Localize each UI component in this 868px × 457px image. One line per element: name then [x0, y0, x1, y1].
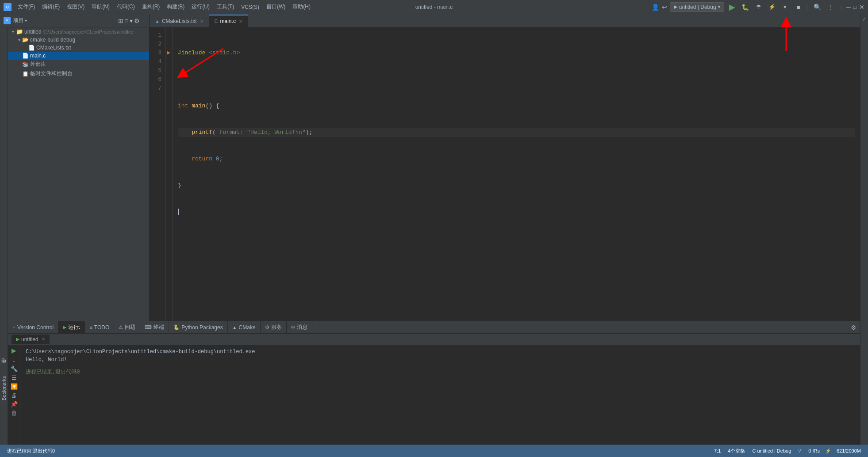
menu-view[interactable]: 视图(V) — [64, 2, 87, 11]
tab-python-label: Python Packages — [181, 324, 223, 331]
stop-button[interactable]: ■ — [793, 2, 804, 12]
tab-version-control[interactable]: ⑂ Version Control — [8, 321, 58, 334]
tab-problems[interactable]: ⚠ 问题 — [114, 321, 140, 334]
run-path-line: C:\Users\nagocojer\CLionProjects\untitle… — [26, 348, 855, 356]
menu-run[interactable]: 运行(U) — [189, 2, 212, 11]
tab-cmakelists[interactable]: ▲ CMakeLists.txt ✕ — [150, 15, 209, 27]
run-filter-icon[interactable]: 🔽 — [11, 383, 18, 390]
msg-icon: ✉ — [291, 324, 295, 330]
gear-icon[interactable]: ⚙ — [134, 17, 140, 24]
maximize-button[interactable]: □ — [853, 4, 856, 10]
menu-file[interactable]: 文件(F) — [15, 2, 38, 11]
tab-python[interactable]: 🐍 Python Packages — [169, 321, 227, 334]
tree-item-cmake-build[interactable]: ▾ 📂 cmake-build-debug — [8, 36, 149, 44]
service-icon: ⚙ — [265, 324, 269, 330]
bottom-panel-settings-btn[interactable]: ⚙ — [847, 324, 860, 331]
bottom-panel: ⑂ Version Control ▶ 运行: ≡ TODO ⚠ 问题 ⌨ 终端… — [8, 321, 860, 445]
menu-window[interactable]: 窗口(W) — [264, 2, 288, 11]
tab-services[interactable]: ⚙ 服务 — [261, 321, 287, 334]
run-config-dropdown[interactable]: ▶ untitled | Debug ▾ — [670, 2, 724, 12]
run-trash-icon[interactable]: 🗑 — [11, 410, 17, 416]
menu-help[interactable]: 帮助(H) — [290, 2, 313, 11]
code-line-5: return 0; — [178, 155, 855, 164]
tab-terminal[interactable]: ⌨ 终端 — [140, 321, 169, 334]
status-cursor-pos[interactable]: 7:1 — [711, 445, 724, 457]
debug-button[interactable]: 🐛 — [740, 2, 751, 12]
filter-icon[interactable]: ▾ — [130, 17, 133, 24]
status-power-icon[interactable]: ⚡ — [823, 445, 833, 457]
tab-run[interactable]: ▶ 运行: — [58, 321, 85, 334]
run-pin-icon[interactable]: 📌 — [11, 401, 18, 407]
tree-label-temp: 临时文件和控制台 — [30, 70, 73, 77]
run-untitled-icon: ▶ — [16, 336, 19, 342]
run-wrench-icon[interactable]: 🔧 — [11, 366, 18, 372]
status-git-icon[interactable]: ⑂ — [795, 445, 805, 457]
settings-more-btn[interactable]: ⋮ — [826, 2, 836, 12]
right-icons: ✓ — [860, 14, 868, 445]
menu-code[interactable]: 代码(C) — [114, 2, 138, 11]
tree-item-untitled[interactable]: ▾ 📁 untitled C:\Users\nagocojer\CLionPro… — [8, 27, 149, 36]
run-list-icon[interactable]: ☰ — [12, 374, 17, 381]
code-editor[interactable]: 1 2 3 4 5 6 7 ▶ #include <stdio.h> — [150, 27, 860, 321]
tab-cmake-label: CMake — [239, 324, 256, 331]
tab-messages-label: 消息 — [297, 324, 307, 331]
status-irs[interactable]: 0 IRs — [805, 445, 823, 457]
tab-cmakelists-close[interactable]: ✕ — [200, 19, 204, 24]
tab-cmakelists-label: CMakeLists.txt — [162, 18, 197, 24]
tree-item-cmakelists[interactable]: 📄 CMakeLists.txt — [8, 44, 149, 52]
code-line-3: int main() { — [178, 102, 855, 110]
tab-todo[interactable]: ≡ TODO — [85, 321, 114, 334]
code-line-4: printf( format: "Hello, World!\n"); — [178, 128, 855, 137]
app-icon: C — [4, 3, 12, 11]
menu-nav[interactable]: 导航(N) — [89, 2, 112, 11]
tab-messages[interactable]: ✉ 消息 — [287, 321, 312, 334]
tab-problems-label: 问题 — [125, 324, 135, 331]
tree-item-temp[interactable]: 📋 临时文件和控制台 — [8, 69, 149, 78]
tab-cmake[interactable]: ▲ CMake — [228, 321, 261, 334]
more-run-btn[interactable]: ▾ — [780, 2, 791, 12]
code-line-6: } — [178, 181, 855, 190]
run-untitled-tab[interactable]: ▶ untitled ✕ — [12, 335, 50, 344]
layout-icon[interactable]: ⊞ — [118, 17, 123, 24]
search-button[interactable]: 🔍 — [812, 2, 823, 12]
checkmark-icon[interactable]: ✓ — [862, 16, 867, 23]
run-config-label: untitled | Debug — [679, 4, 716, 10]
menu-edit[interactable]: 编辑(E) — [39, 2, 62, 11]
coverage-button[interactable]: ☂ — [753, 2, 764, 12]
status-config[interactable]: C untitled | Debug — [749, 445, 795, 457]
run-play-icon[interactable]: ▶ — [12, 347, 16, 354]
left-panel-icon[interactable]: ≡ — [4, 17, 11, 24]
tree-path-untitled: C:\Users\nagocojer\CLionProjects\untitle… — [43, 29, 134, 34]
run-output-line: Hello, World! — [26, 356, 855, 364]
run-scroll-down-icon[interactable]: ↓ — [12, 356, 15, 363]
minimize-button[interactable]: ─ — [846, 4, 851, 11]
status-spaces[interactable]: 4个空格 — [724, 445, 749, 457]
sort-icon[interactable]: ≡ — [125, 17, 128, 24]
tree-label-mainc: main.c — [30, 53, 46, 59]
editor-tabs: ▲ CMakeLists.txt ✕ C main.c ✕ — [150, 14, 860, 27]
run-untitled-close[interactable]: ✕ — [42, 337, 45, 342]
menu-refactor[interactable]: 重构(R) — [139, 2, 163, 11]
tab-mainc[interactable]: C main.c ✕ — [209, 15, 248, 27]
menu-tools[interactable]: 工具(T) — [214, 2, 237, 11]
profile-button[interactable]: ⚡ — [767, 2, 777, 12]
tree-item-external[interactable]: 📚 外部库 — [8, 60, 149, 69]
editor-area: ▲ CMakeLists.txt ✕ C main.c ✕ 1 2 3 4 5 … — [150, 14, 860, 321]
close-button[interactable]: ✕ — [859, 4, 864, 11]
status-memory[interactable]: 621/2000M — [833, 445, 864, 457]
collapse-icon[interactable]: ─ — [141, 17, 146, 24]
project-dropdown-icon[interactable]: ▾ — [25, 18, 27, 23]
run-print-icon[interactable]: 🖨 — [11, 392, 17, 399]
tree-label-external: 外部库 — [30, 61, 46, 68]
tree-item-mainc[interactable]: 📄 main.c — [8, 52, 149, 60]
menu-build[interactable]: 构建(B) — [164, 2, 187, 11]
menu-vcs[interactable]: VCS(S) — [238, 3, 262, 11]
status-run-status: 进程已结束,退出代码0 — [4, 445, 58, 457]
account-icon[interactable]: 👤 — [652, 4, 659, 11]
tab-mainc-close[interactable]: ✕ — [239, 19, 242, 24]
vcs-icon[interactable]: ↩ — [662, 4, 667, 11]
project-toolbar: ≡ 项目 ▾ ⊞ ≡ ▾ ⚙ ─ — [0, 14, 150, 27]
code-content[interactable]: #include <stdio.h> int main() { printf( … — [173, 27, 860, 321]
run-content[interactable]: C:\Users\nagocojer\CLionProjects\untitle… — [20, 345, 860, 445]
run-button[interactable]: ▶ — [727, 2, 737, 12]
